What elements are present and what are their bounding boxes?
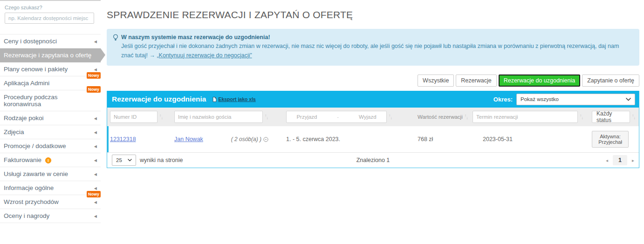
filter-button-1[interactable]: Rezerwacje (456, 75, 496, 87)
guest-name-link[interactable]: Jan Nowak (174, 136, 203, 142)
id-filter-input[interactable] (110, 111, 158, 123)
table-footer: 25 wyniki na stronie Znaleziono 1 ◂ 1 ▸ (107, 152, 639, 168)
chevron-down-icon (128, 159, 132, 162)
sidebar-item-label: Usługi zawarte w cenie (4, 170, 68, 177)
sidebar-item-label: Informacje ogólne (4, 184, 54, 191)
reservation-row: 12312318 Jan Nowak ( 2 osób(a) ) (107, 126, 639, 152)
current-page-button[interactable]: 1 (613, 155, 627, 165)
sidebar-item-2[interactable]: Plany cenowe i pakiety◀ (0, 62, 101, 76)
filter-cell-dates: Przyjazd - Wyjazd ↑↓ (286, 111, 407, 123)
page: Czego szukasz? Ceny i dostępności◀Rezerw… (0, 0, 644, 244)
sidebar-item-11[interactable]: Wzrost przychodówNowy◀ (0, 195, 101, 209)
sort-dates-icon[interactable]: ↑↓ (389, 115, 392, 119)
sidebar-item-7[interactable]: Promocje / dodatkowe◀ (0, 139, 101, 153)
sidebar-item-8[interactable]: Fakturowanie!◀ (0, 153, 101, 167)
sort-term-icon[interactable]: ↑↓ (580, 115, 583, 119)
date-range-picker[interactable]: Przyjazd - Wyjazd (286, 111, 387, 123)
new-badge: Nowy (87, 72, 101, 79)
period-filter: Okres: Pokaż wszystko (493, 94, 635, 105)
filter-button-2[interactable]: Rezerwacje do uzgodnienia (499, 75, 581, 87)
sidebar-item-label: Rezerwacje i zapytania o ofertę (4, 52, 91, 59)
row-cell-dates: 1. - 5. czerwca 2023. (286, 136, 407, 142)
guest-filter-input[interactable] (174, 111, 263, 123)
filter-cell-guest: ↑↓ (174, 111, 286, 123)
sidebar-item-label: Aplikacja Admini (4, 80, 49, 87)
chevron-left-icon: ◀ (94, 67, 97, 71)
period-label: Okres: (493, 96, 513, 103)
chevron-left-icon: ◀ (94, 39, 97, 43)
sidebar-item-10[interactable]: Informacje ogólne◀ (0, 181, 101, 195)
sidebar-item-label: Promocje / dodatkowe (4, 142, 66, 149)
chevron-left-icon: ◀ (94, 144, 97, 148)
table-header-bar: Rezerwacje do uzgodnienia Eksport jako x… (107, 91, 639, 108)
sidebar-item-3[interactable]: Aplikacja AdminiNowy (0, 76, 101, 90)
lightbulb-icon (112, 34, 119, 41)
search-label: Czego szukasz? (5, 5, 96, 10)
sort-id-icon[interactable]: ↑↓ (159, 115, 163, 119)
reservation-id-link[interactable]: 12312318 (110, 136, 136, 142)
chevron-left-icon: ◀ (94, 158, 97, 162)
sidebar-item-label: Procedury podczas koronawirusa (4, 94, 58, 108)
search-input[interactable] (5, 13, 94, 24)
filter-cell-term: ↑↓ (473, 111, 592, 123)
sidebar-item-6[interactable]: Zdjęcia◀ (0, 125, 101, 139)
notice-title-row: W naszym systemie masz rezerwacje do uzg… (112, 33, 633, 42)
sort-status-icon[interactable]: ↑↓ (632, 115, 635, 119)
pagination: ◂ 1 ▸ (606, 155, 634, 165)
row-cell-status: Aktywna: Przyjechał (592, 131, 635, 148)
filter-cell-id: ↑↓ (110, 111, 174, 123)
sidebar-item-label: Oceny i nagrody (4, 212, 49, 219)
sidebar-item-label: Ceny i dostępności (4, 38, 57, 45)
sidebar-item-4[interactable]: Procedury podczas koronawirusaNowy (0, 90, 101, 111)
document-icon (212, 97, 217, 102)
chevron-left-icon: ◀ (94, 172, 97, 176)
sidebar-item-12[interactable]: Oceny i nagrody◀ (0, 209, 101, 223)
row-cell-guest: Jan Nowak ( 2 osób(a) ) (174, 136, 286, 142)
export-xls-link[interactable]: Eksport jako xls (212, 96, 256, 102)
next-page-icon[interactable]: ▸ (632, 158, 634, 163)
people-count: ( 2 osób(a) ) (231, 136, 268, 142)
sort-value-icon[interactable]: ↑↓ (465, 115, 468, 119)
value-column-label: Wartość rezerwacji (407, 114, 463, 120)
info-icon[interactable] (263, 137, 268, 142)
sidebar-item-1[interactable]: Rezerwacje i zapytania o ofertę (0, 48, 101, 62)
row-cell-id: 12312318 (110, 136, 174, 142)
sidebar-item-5[interactable]: Rodzaje pokoi◀ (0, 111, 101, 125)
period-select-value: Pokaż wszystko (521, 96, 559, 102)
sidebar-item-label: Rodzaje pokoi (4, 115, 44, 122)
sidebar-item-9[interactable]: Usługi zawarte w cenie◀ (0, 167, 101, 181)
notice-body: Jeśli gość przyjechał i nie dokonano żad… (112, 42, 633, 60)
sort-guest-icon[interactable]: ↑↓ (265, 115, 268, 119)
sidebar: Czego szukasz? Ceny i dostępności◀Rezerw… (0, 0, 101, 244)
sidebar-item-label: Plany cenowe i pakiety (4, 66, 68, 73)
new-badge: Nowy (87, 191, 101, 197)
filter-button-3[interactable]: Zapytanie o ofertę (582, 75, 639, 87)
row-cell-term: 2023-05-31 (473, 136, 592, 142)
row-cell-value: 768 zł (407, 136, 473, 142)
previous-page-icon[interactable]: ◂ (606, 158, 608, 163)
sidebar-item-0[interactable]: Ceny i dostępności◀ (0, 34, 101, 48)
people-count-text: ( 2 osób(a) ) (231, 136, 261, 142)
departure-placeholder: Wyjazd (359, 114, 377, 120)
chevron-left-icon: ◀ (94, 116, 97, 120)
status-filter-select[interactable]: Każdy status (592, 111, 630, 123)
reservation-filter-bar: WszystkieRezerwacjeRezerwacje do uzgodni… (107, 75, 639, 87)
alert-badge-icon: ! (45, 157, 51, 163)
term-filter-input[interactable] (473, 111, 578, 123)
notice-title: W naszym systemie masz rezerwacje do uzg… (121, 33, 270, 42)
new-badge: Nowy (87, 86, 101, 93)
page-size-value: 25 (116, 157, 122, 163)
sidebar-search: Czego szukasz? (0, 1, 101, 26)
continue-negotiation-link[interactable]: „Kontynuuj rezerwacje do negocjacji” (157, 52, 252, 59)
filter-button-0[interactable]: Wszystkie (418, 75, 454, 87)
main-content: SPRAWDZENIE REZERWACJI I ZAPYTAŃ O OFERT… (101, 0, 644, 244)
chevron-down-icon (626, 98, 631, 101)
reservation-term: 2023-05-31 (483, 136, 513, 142)
range-dash: - (337, 114, 339, 120)
chevron-left-icon: ◀ (94, 130, 97, 134)
period-select[interactable]: Pokaż wszystko (516, 94, 635, 105)
reservation-value: 768 zł (418, 136, 433, 142)
reservation-status-button[interactable]: Aktywna: Przyjechał (592, 131, 629, 148)
notice-box: W naszym systemie masz rezerwacje do uzg… (107, 29, 639, 66)
page-size-select[interactable]: 25 (112, 155, 136, 166)
